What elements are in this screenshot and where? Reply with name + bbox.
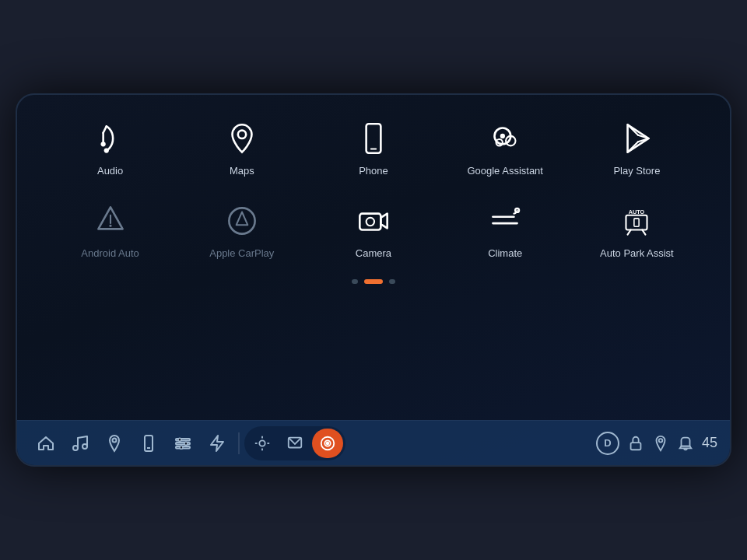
camera-label: Camera [356,247,391,260]
app-row-2: Android Auto Apple CarPlay [48,193,699,268]
apple-carplay-icon [222,201,262,241]
svg-point-33 [113,438,117,442]
auto-park-assist-label: Auto Park Assist [600,247,674,260]
app-audio[interactable]: Audio [48,110,172,185]
taskbar-right: D 45 [596,432,717,455]
phone-icon [353,118,394,159]
svg-rect-29 [634,218,639,226]
camera-icon [353,201,394,241]
pagination-dot-3[interactable] [389,279,395,284]
pagination-dot-2[interactable] [364,279,383,284]
app-climate[interactable]: Climate [444,193,567,268]
svg-point-40 [184,442,188,445]
svg-point-0 [100,142,105,146]
svg-point-1 [103,148,108,152]
taskbar-maps-btn[interactable] [98,427,131,460]
svg-marker-42 [211,436,223,451]
svg-point-9 [500,134,505,138]
taskbar-radio-btn[interactable] [312,429,343,458]
audio-label: Audio [97,165,123,177]
svg-point-17 [109,224,111,226]
google-assistant-label: Google Assistant [467,165,543,177]
taskbar: D 45 [17,420,730,465]
pagination-dot-1[interactable] [352,279,358,284]
app-maps[interactable]: Maps [180,110,303,185]
app-google-assistant[interactable]: Google Assistant [444,110,567,185]
svg-text:AUTO: AUTO [629,208,645,215]
taskbar-lightning-btn[interactable] [201,427,233,460]
google-assistant-icon [485,118,525,159]
pagination [48,275,699,289]
app-play-store[interactable]: Play Store [575,110,699,185]
app-android-auto[interactable]: Android Auto [48,193,172,268]
svg-rect-20 [359,213,381,229]
taskbar-phone-btn[interactable] [132,427,165,460]
maps-label: Maps [230,165,254,177]
apple-carplay-label: Apple CarPlay [209,247,274,260]
app-phone[interactable]: Phone [311,110,435,185]
taskbar-group [244,426,345,460]
svg-point-39 [178,438,181,441]
svg-point-43 [259,440,265,446]
climate-label: Climate [488,247,522,260]
svg-point-41 [180,446,183,449]
main-content: Audio Maps [17,95,730,420]
time-display: 45 [702,435,717,451]
taskbar-messages-btn[interactable] [279,429,310,458]
play-store-label: Play Store [613,165,660,177]
taskbar-climate-btn[interactable] [247,429,278,458]
auto-park-assist-icon: AUTO [616,201,657,241]
svg-point-31 [73,446,78,450]
lock-icon [627,435,644,452]
taskbar-separator [238,432,240,454]
climate-icon [485,201,525,241]
taskbar-left [30,426,594,460]
svg-rect-26 [626,215,647,229]
svg-point-53 [659,439,663,443]
play-store-icon [616,118,657,159]
phone-label: Phone [359,165,388,177]
taskbar-settings-btn[interactable] [167,427,199,460]
svg-line-2 [103,126,106,132]
driver-status: D [596,432,619,455]
svg-point-22 [366,217,374,225]
android-auto-icon [90,201,131,241]
app-auto-park-assist[interactable]: AUTO Auto Park Assist [575,193,699,268]
app-camera[interactable]: Camera [311,193,435,268]
svg-marker-19 [237,212,248,225]
app-apple-carplay[interactable]: Apple CarPlay [180,193,303,268]
taskbar-home-btn[interactable] [30,427,62,460]
svg-point-32 [82,444,87,449]
maps-icon [222,118,262,159]
infotainment-screen: Audio Maps [16,93,731,467]
audio-icon [90,118,131,159]
svg-point-51 [327,442,329,444]
app-row-1: Audio Maps [48,110,699,185]
android-auto-label: Android Auto [81,247,139,260]
taskbar-music-btn[interactable] [64,427,96,460]
bell-icon [677,435,694,452]
svg-rect-52 [631,443,641,450]
svg-point-3 [238,131,246,138]
location-icon [652,435,669,452]
